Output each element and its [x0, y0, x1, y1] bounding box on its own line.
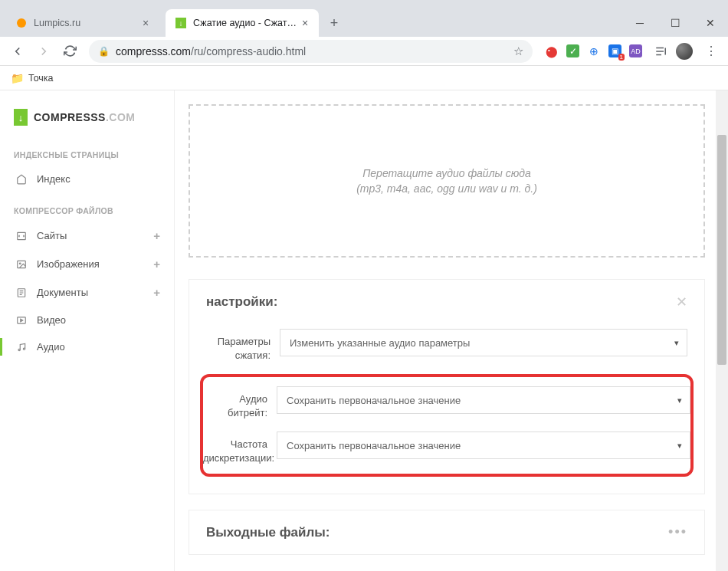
window-controls: ─ ☐ ✕ [622, 9, 728, 37]
audio-icon [14, 342, 29, 353]
extension-icon[interactable]: ▣1 [608, 44, 621, 57]
logo-text: COMPRESSS.COM [34, 111, 136, 123]
sidebar: ↓ COMPRESSS.COM ИНДЕКСНЫЕ СТРАНИЦЫ Индек… [0, 90, 175, 571]
sidebar-item-label: Документы [37, 287, 88, 298]
lock-icon: 🔒 [98, 46, 110, 57]
settings-panel: настройки: ✕ Параметры сжатия: Изменить … [189, 279, 705, 494]
sidebar-item-audio[interactable]: Аудио [0, 333, 174, 360]
sidebar-item-sites[interactable]: Сайты + [0, 222, 174, 250]
sidebar-item-label: Видео [37, 314, 66, 326]
browser-tab-active[interactable]: ↓ Сжатие аудио - Сжатие файлов × [166, 9, 319, 37]
new-tab-button[interactable]: + [323, 12, 345, 34]
forward-button[interactable] [32, 40, 55, 63]
back-button[interactable] [6, 40, 29, 63]
sidebar-item-documents[interactable]: Документы + [0, 278, 174, 307]
expand-icon[interactable]: + [153, 286, 160, 299]
panel-close-icon[interactable]: ✕ [676, 294, 687, 310]
profile-avatar[interactable] [676, 43, 693, 60]
minimize-button[interactable]: ─ [622, 9, 657, 37]
dropzone-hint: (mp3, m4a, aac, ogg или wav и т. д.) [356, 182, 537, 195]
compression-params-select[interactable]: Изменить указанные аудио параметры [280, 329, 687, 356]
extensions-area: ⬤• ✓ ⊕ ▣1 AD [540, 43, 697, 60]
expand-icon[interactable]: + [153, 229, 160, 242]
sidebar-item-images[interactable]: Изображения + [0, 250, 174, 278]
url-text: compresss.com/ru/compress-audio.html [116, 45, 306, 57]
sidebar-heading: ИНДЕКСНЫЕ СТРАНИЦЫ [0, 144, 174, 166]
dropzone-text: Перетащите аудио файлы сюда [362, 167, 531, 179]
scrollbar-track[interactable] [716, 90, 728, 571]
bookmark-star-icon[interactable]: ☆ [513, 44, 523, 58]
sidebar-item-video[interactable]: Видео [0, 307, 174, 333]
svg-point-2 [19, 262, 21, 264]
bitrate-select[interactable]: Сохранить первоначальное значение [277, 386, 690, 414]
reading-list-icon[interactable] [654, 44, 668, 58]
window-titlebar: Lumpics.ru × ↓ Сжатие аудио - Сжатие фай… [0, 0, 728, 37]
browser-tab-inactive[interactable]: Lumpics.ru × [6, 9, 159, 37]
panel-header: Выходные файлы: ••• [189, 510, 704, 554]
site-logo[interactable]: ↓ COMPRESSS.COM [0, 109, 174, 144]
sidebar-item-label: Изображения [37, 258, 100, 270]
document-icon [14, 287, 29, 298]
scrollbar-thumb[interactable] [717, 135, 726, 365]
extension-icon[interactable]: AD [629, 44, 642, 57]
setting-row-compression: Параметры сжатия: Изменить указанные ауд… [206, 329, 687, 362]
favicon-icon: ↓ [175, 17, 187, 29]
extension-icon[interactable]: ⬤• [545, 44, 559, 58]
browser-menu-button[interactable]: ⋮ [700, 41, 722, 62]
favicon-icon [15, 17, 28, 29]
sidebar-item-label: Сайты [37, 230, 67, 241]
svg-point-6 [23, 348, 25, 349]
main-content: Перетащите аудио файлы сюда (mp3, m4a, a… [175, 90, 728, 571]
file-dropzone[interactable]: Перетащите аудио файлы сюда (mp3, m4a, a… [189, 104, 705, 258]
sidebar-item-index[interactable]: Индекс [0, 166, 174, 192]
close-icon[interactable]: × [139, 17, 152, 29]
video-icon [14, 315, 29, 326]
bookmarks-bar: 📁 Точка [0, 66, 728, 90]
bookmark-item[interactable]: Точка [28, 73, 54, 84]
tab-title: Lumpics.ru [34, 18, 139, 28]
output-panel: Выходные файлы: ••• [189, 510, 705, 555]
extension-icon[interactable]: ✓ [566, 44, 579, 57]
address-bar[interactable]: 🔒 compresss.com/ru/compress-audio.html ☆ [89, 40, 533, 63]
sidebar-heading: КОМПРЕССОР ФАЙЛОВ [0, 200, 174, 222]
code-icon [14, 231, 29, 241]
image-icon [14, 259, 29, 270]
page-content: ↓ COMPRESSS.COM ИНДЕКСНЫЕ СТРАНИЦЫ Индек… [0, 90, 728, 571]
panel-header: настройки: ✕ [189, 280, 704, 324]
extension-icon[interactable]: ⊕ [587, 44, 601, 58]
panel-body: Параметры сжатия: Изменить указанные ауд… [189, 324, 704, 494]
svg-point-5 [18, 349, 20, 350]
setting-row-samplerate: Частота дискретизации: Сохранить первона… [203, 432, 690, 464]
reload-button[interactable] [58, 40, 81, 63]
panel-title: настройки: [206, 294, 277, 310]
setting-row-bitrate: Аудио битрейт: Сохранить первоначальное … [203, 386, 690, 419]
close-icon[interactable]: × [299, 17, 311, 29]
browser-toolbar: 🔒 compresss.com/ru/compress-audio.html ☆… [0, 37, 728, 66]
home-icon [14, 174, 29, 185]
expand-icon[interactable]: + [153, 258, 160, 271]
panel-more-icon[interactable]: ••• [668, 524, 687, 540]
sidebar-item-label: Индекс [37, 173, 71, 185]
setting-label: Параметры сжатия: [206, 329, 280, 362]
maximize-button[interactable]: ☐ [657, 9, 693, 37]
sidebar-item-label: Аудио [37, 341, 65, 353]
tab-title: Сжатие аудио - Сжатие файлов [193, 18, 299, 28]
folder-icon: 📁 [11, 72, 24, 84]
highlighted-settings: Аудио битрейт: Сохранить первоначальное … [200, 374, 694, 477]
setting-label: Частота дискретизации: [203, 432, 277, 464]
samplerate-select[interactable]: Сохранить первоначальное значение [277, 432, 690, 459]
setting-label: Аудио битрейт: [203, 386, 277, 419]
close-button[interactable]: ✕ [693, 9, 728, 37]
panel-title: Выходные файлы: [206, 525, 330, 540]
logo-icon: ↓ [14, 109, 28, 126]
